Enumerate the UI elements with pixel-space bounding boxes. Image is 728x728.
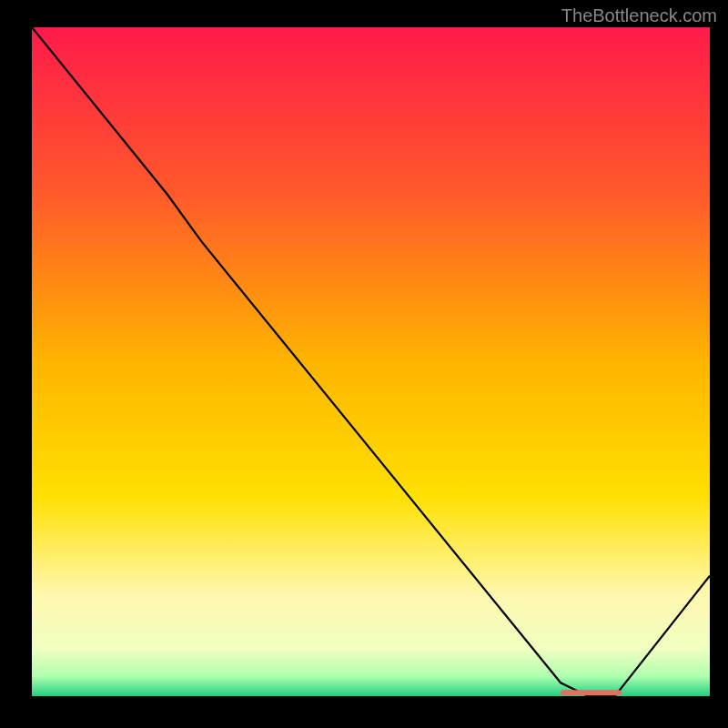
watermark-text: TheBottleneck.com: [561, 5, 717, 26]
chart-plot-area: [32, 27, 710, 696]
chart-svg: [32, 27, 710, 696]
chart-background: [32, 27, 710, 696]
optimal-marker: [561, 690, 622, 695]
